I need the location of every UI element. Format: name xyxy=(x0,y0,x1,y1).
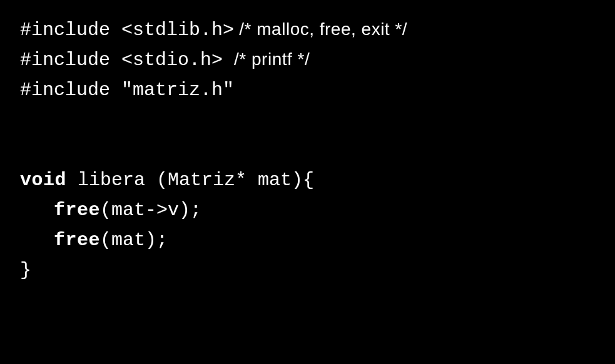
code-text: (mat); xyxy=(100,230,168,251)
code-line-include-matriz: #include "matriz.h" xyxy=(20,75,595,105)
keyword-void: void xyxy=(20,169,66,191)
code-text: #include <stdlib.h> xyxy=(20,19,234,41)
code-line-fn-sig: void libera (Matriz* mat){ xyxy=(20,165,595,195)
code-line-close-brace: } xyxy=(20,255,595,285)
blank-line xyxy=(20,105,595,135)
code-text: (mat->v); xyxy=(100,200,201,221)
code-text: libera (Matriz* mat){ xyxy=(66,169,314,191)
code-line-include-stdlib: #include <stdlib.h> /* malloc, free, exi… xyxy=(20,15,595,45)
indent xyxy=(20,230,54,251)
code-line-free-mat: free(mat); xyxy=(20,225,595,255)
code-text: #include <stdio.h> xyxy=(20,49,234,71)
code-line-include-stdio: #include <stdio.h> /* printf */ xyxy=(20,45,595,75)
blank-line xyxy=(20,135,595,165)
code-comment: /* printf */ xyxy=(234,49,310,69)
keyword-free: free xyxy=(54,230,100,251)
code-comment: /* malloc, free, exit */ xyxy=(234,19,407,39)
code-text: #include "matriz.h" xyxy=(20,79,234,101)
indent xyxy=(20,200,54,221)
code-text: } xyxy=(20,260,31,281)
code-line-free-v: free(mat->v); xyxy=(20,195,595,225)
keyword-free: free xyxy=(54,200,100,221)
